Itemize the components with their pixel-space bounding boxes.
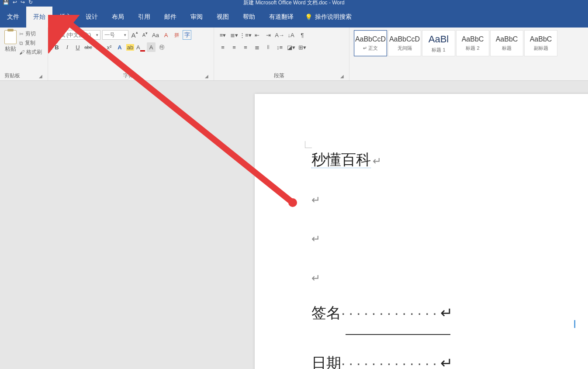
italic-button[interactable]: I	[63, 42, 72, 52]
show-marks-button[interactable]: ¶	[298, 30, 307, 40]
tab-layout[interactable]: 布局	[105, 7, 131, 28]
tab-review[interactable]: 审阅	[183, 7, 210, 28]
font-family-value: 等线 (中文正文)	[55, 31, 91, 39]
style-preview: AaBbCcD	[389, 35, 420, 43]
distribute-button[interactable]: ⫴	[264, 42, 273, 52]
tab-view[interactable]: 视图	[210, 7, 236, 28]
margin-corner-icon	[305, 141, 312, 148]
styles-group-label	[354, 78, 584, 79]
return-mark-icon: ↵	[373, 155, 381, 167]
tab-help[interactable]: 帮助	[236, 7, 262, 28]
return-mark-icon: ↵	[311, 233, 320, 245]
copy-button[interactable]: 复制	[19, 39, 42, 47]
style-name: ↵ 正文	[363, 45, 378, 52]
sort-button[interactable]: ↓A	[287, 30, 295, 40]
character-border-button[interactable]: 字	[183, 30, 191, 40]
style-preview: AaBl	[429, 34, 449, 45]
style-card-1[interactable]: AaBbCcD无间隔	[388, 30, 421, 56]
undo-icon[interactable]: ↩	[13, 0, 17, 5]
tab-file[interactable]: 文件	[0, 7, 26, 28]
refresh-icon[interactable]: ↻	[28, 0, 33, 5]
enclose-char-button[interactable]: ㊕	[157, 42, 166, 52]
shading-button[interactable]: ◪▾	[287, 42, 295, 52]
numbering-button[interactable]: ≣▾	[230, 30, 239, 40]
style-card-3[interactable]: AaBbC标题 2	[456, 30, 489, 56]
tab-home[interactable]: 开始	[26, 7, 52, 28]
redo-icon[interactable]: ↪	[21, 0, 25, 5]
tab-design[interactable]: 设计	[79, 7, 105, 28]
tab-youdao[interactable]: 有道翻译	[262, 7, 301, 28]
style-preview: AaBbCcD	[355, 35, 386, 43]
ltr-button[interactable]: A→	[275, 30, 284, 40]
shrink-font-button[interactable]: A▾	[141, 30, 149, 40]
tab-insert[interactable]: 插入	[52, 7, 79, 28]
superscript-button[interactable]: x²	[105, 42, 114, 52]
style-preview: AaBbC	[530, 35, 552, 43]
font-launcher-icon[interactable]: ◢	[204, 73, 209, 79]
multilevel-list-button[interactable]: ⋮≡▾	[241, 30, 250, 40]
tab-mailings[interactable]: 邮件	[157, 7, 183, 28]
format-painter-label: 格式刷	[26, 48, 42, 56]
signature-underline	[346, 334, 450, 335]
align-right-button[interactable]: ≡	[241, 42, 250, 52]
style-name: 标题 2	[466, 45, 479, 52]
decrease-indent-button[interactable]: ⇤	[252, 30, 261, 40]
text-effects-button[interactable]: A	[115, 42, 124, 52]
align-center-button[interactable]: ≡	[230, 42, 239, 52]
style-card-0[interactable]: AaBbCcD↵ 正文	[354, 30, 387, 56]
title-bar: 💾 ↩ ↪ ↻ 新建 Microsoft Office Word 文档.doc …	[0, 0, 588, 7]
change-case-button[interactable]: Aa	[151, 30, 160, 40]
strikethrough-button[interactable]: abc	[84, 42, 93, 52]
date-line[interactable]: 日期·············↵	[311, 353, 588, 369]
styles-gallery: AaBbCcD↵ 正文AaBbCcD无间隔AaBl标题 1AaBbC标题 2Aa…	[354, 30, 584, 56]
style-preview: AaBbC	[462, 35, 484, 43]
group-paragraph: ≡▾ ≣▾ ⋮≡▾ ⇤ ⇥ A→ ↓A ¶ ≡ ≡ ≡ ≣ ⫴ ↕≡ ◪▾ ⊞▾…	[214, 28, 349, 80]
clipboard-launcher-icon[interactable]: ◢	[38, 73, 43, 79]
paste-icon	[4, 30, 17, 44]
paste-button[interactable]: 粘贴	[4, 30, 17, 56]
borders-button[interactable]: ⊞▾	[298, 42, 307, 52]
highlight-button[interactable]: ab	[126, 42, 135, 52]
date-dots: ·············	[341, 355, 440, 369]
char-shading-button[interactable]: A	[147, 42, 156, 52]
return-mark-icon: ↵	[440, 304, 453, 321]
format-painter-button[interactable]: 格式刷	[19, 48, 42, 56]
font-size-combo[interactable]: 一号	[102, 30, 128, 40]
cut-button[interactable]: 剪切	[19, 30, 42, 38]
paragraph-4[interactable]: ↵	[311, 263, 588, 290]
document-area[interactable]: 秒懂百科↵ ↵ ↵ ↵ 签名·············↵ 日期·········…	[0, 81, 588, 369]
underline-button[interactable]: U	[73, 42, 82, 52]
line-spacing-button[interactable]: ↕≡	[275, 42, 284, 52]
paragraph-3[interactable]: ↵	[311, 224, 588, 251]
window-title: 新建 Microsoft Office Word 文档.doc - Word	[243, 0, 344, 7]
style-card-2[interactable]: AaBl标题 1	[422, 30, 455, 56]
signature-line[interactable]: 签名·············↵	[311, 303, 588, 340]
text-line-1[interactable]: 秒懂百科	[311, 151, 371, 168]
font-family-combo[interactable]: 等线 (中文正文)	[52, 30, 100, 40]
paragraph-2[interactable]: ↵	[311, 185, 588, 212]
increase-indent-button[interactable]: ⇥	[264, 30, 273, 40]
font-color-button[interactable]: A	[136, 42, 145, 52]
grow-font-button[interactable]: A▴	[130, 30, 139, 40]
subscript-button[interactable]: x₂	[94, 42, 103, 52]
page[interactable]: 秒懂百科↵ ↵ ↵ ↵ 签名·············↵ 日期·········…	[255, 94, 588, 369]
paragraph-launcher-icon[interactable]: ◢	[339, 73, 345, 79]
bullets-button[interactable]: ≡▾	[218, 30, 227, 40]
phonetic-guide-button[interactable]: 拼	[172, 30, 181, 40]
bold-button[interactable]: B	[52, 42, 61, 52]
copy-icon	[19, 40, 23, 46]
align-left-button[interactable]: ≡	[218, 42, 227, 52]
paragraph-1[interactable]: 秒懂百科↵	[311, 146, 588, 173]
style-card-5[interactable]: AaBbC副标题	[524, 30, 557, 56]
tab-references[interactable]: 引用	[131, 7, 157, 28]
save-icon[interactable]: 💾	[3, 0, 9, 5]
style-card-4[interactable]: AaBbC标题	[490, 30, 523, 56]
style-preview: AaBbC	[496, 35, 518, 43]
cut-label: 剪切	[25, 30, 36, 38]
style-name: 标题	[502, 45, 512, 52]
style-name: 无间隔	[398, 45, 412, 52]
justify-button[interactable]: ≣	[252, 42, 261, 52]
copy-label: 复制	[25, 39, 35, 47]
tell-me-search[interactable]: 💡 操作说明搜索	[305, 13, 352, 21]
clear-formatting-button[interactable]: A	[162, 30, 170, 40]
